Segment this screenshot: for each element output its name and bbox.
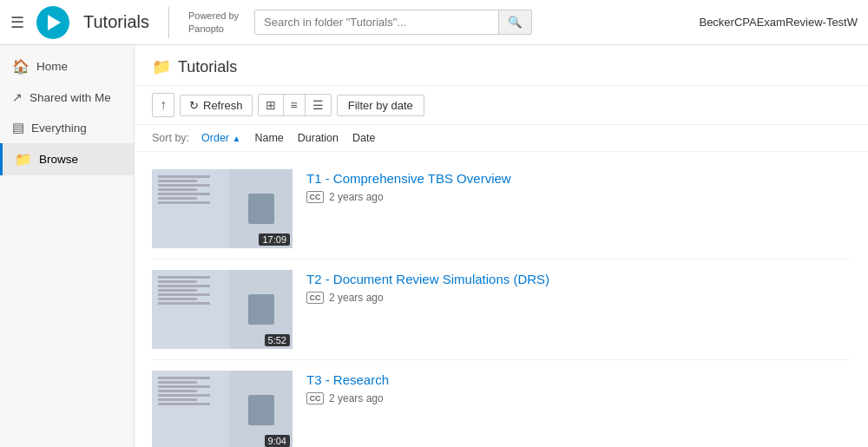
refresh-button[interactable]: ↻ Refresh — [180, 95, 253, 116]
video-age-t3: 2 years ago — [329, 392, 384, 404]
thumbnail-t2: 5:52 — [152, 270, 293, 349]
main-layout: 🏠 Home ↗ Shared with Me ▤ Everything 📁 B… — [0, 45, 868, 447]
video-item-t2[interactable]: 5:52 T2 - Document Review Simulations (D… — [152, 260, 851, 360]
toolbar: ↑ ↻ Refresh ⊞ ≡ ☰ Filter by date — [135, 86, 868, 125]
folder-icon: 📁 — [152, 57, 171, 76]
filter-by-date-button[interactable]: Filter by date — [337, 95, 424, 116]
video-age-t1: 2 years ago — [329, 191, 384, 203]
sidebar-item-label: Home — [36, 60, 68, 73]
sort-by-label: Sort by: — [152, 132, 189, 144]
sidebar-item-home[interactable]: 🏠 Home — [0, 50, 134, 82]
sidebar-item-label: Shared with Me — [30, 91, 111, 104]
sort-arrow-icon: ▲ — [233, 134, 241, 143]
everything-icon: ▤ — [12, 120, 24, 135]
up-button[interactable]: ↑ — [152, 93, 174, 117]
video-title-t3: T3 - Research — [306, 372, 851, 387]
video-meta-t3: CC 2 years ago — [306, 392, 851, 404]
hamburger-icon[interactable]: ☰ — [10, 13, 24, 32]
video-meta-t1: CC 2 years ago — [306, 191, 851, 203]
view-list-button[interactable]: ≡ — [284, 95, 306, 115]
sort-duration[interactable]: Duration — [293, 130, 344, 146]
sidebar-item-label: Everything — [31, 122, 87, 135]
sort-bar: Sort by: Order ▲ Name Duration Date — [135, 125, 868, 152]
thumbnail-t3: 9:04 — [152, 371, 293, 447]
cc-icon-t1: CC — [306, 191, 324, 203]
powered-by: Powered by Panopto — [188, 10, 239, 35]
view-grid-button[interactable]: ⊞ — [259, 95, 284, 115]
browse-icon: 📁 — [15, 151, 32, 168]
sidebar-item-browse[interactable]: 📁 Browse — [0, 143, 134, 175]
app-logo — [36, 6, 69, 39]
sidebar: 🏠 Home ↗ Shared with Me ▤ Everything 📁 B… — [0, 45, 135, 447]
folder-title: Tutorials — [178, 58, 237, 76]
thumbnail-t1: 17:09 — [152, 169, 293, 248]
duration-badge-t2: 5:52 — [265, 334, 290, 346]
video-info-t3: T3 - Research CC 2 years ago — [306, 371, 851, 404]
sidebar-item-label: Browse — [39, 153, 78, 166]
video-info-t1: T1 - Comprehensive TBS Overview CC 2 yea… — [306, 169, 851, 203]
cc-icon-t2: CC — [306, 292, 324, 304]
cc-icon-t3: CC — [306, 392, 324, 404]
video-meta-t2: CC 2 years ago — [306, 292, 851, 304]
sort-date[interactable]: Date — [347, 130, 380, 146]
folder-header: 📁 Tutorials — [135, 45, 868, 86]
share-icon: ↗ — [12, 90, 23, 104]
refresh-icon: ↻ — [189, 99, 199, 112]
video-list: 17:09 T1 - Comprehensive TBS Overview CC… — [135, 152, 868, 447]
video-item-t1[interactable]: 17:09 T1 - Comprehensive TBS Overview CC… — [152, 159, 851, 260]
duration-badge-t1: 17:09 — [259, 233, 290, 246]
sort-name[interactable]: Name — [249, 130, 288, 146]
top-header: ☰ Tutorials Powered by Panopto 🔍 BeckerC… — [0, 0, 868, 45]
search-input[interactable] — [255, 10, 498, 34]
play-icon — [48, 15, 61, 30]
video-info-t2: T2 - Document Review Simulations (DRS) C… — [306, 270, 851, 304]
app-title: Tutorials — [83, 12, 149, 32]
duration-badge-t3: 9:04 — [265, 435, 290, 447]
sidebar-item-shared[interactable]: ↗ Shared with Me — [0, 82, 134, 112]
filter-by-date-label: Filter by date — [348, 99, 413, 112]
view-detail-button[interactable]: ☰ — [306, 95, 331, 115]
home-icon: 🏠 — [12, 58, 30, 75]
up-arrow-icon: ↑ — [160, 97, 167, 113]
search-button[interactable]: 🔍 — [498, 10, 531, 34]
sidebar-item-everything[interactable]: ▤ Everything — [0, 112, 134, 143]
video-title-t2: T2 - Document Review Simulations (DRS) — [306, 272, 851, 286]
header-divider — [168, 7, 169, 38]
video-item-t3[interactable]: 9:04 T3 - Research CC 2 years ago — [152, 360, 851, 447]
video-age-t2: 2 years ago — [329, 292, 384, 304]
sort-order[interactable]: Order ▲ — [196, 130, 246, 146]
search-bar: 🔍 — [254, 10, 532, 35]
user-label: BeckerCPAExamReview-TestW — [699, 16, 858, 29]
video-title-t1: T1 - Comprehensive TBS Overview — [306, 171, 851, 186]
view-toggle: ⊞ ≡ ☰ — [258, 94, 332, 116]
main-content: 📁 Tutorials ↑ ↻ Refresh ⊞ ≡ ☰ Filter by … — [135, 45, 868, 447]
refresh-label: Refresh — [203, 99, 243, 112]
